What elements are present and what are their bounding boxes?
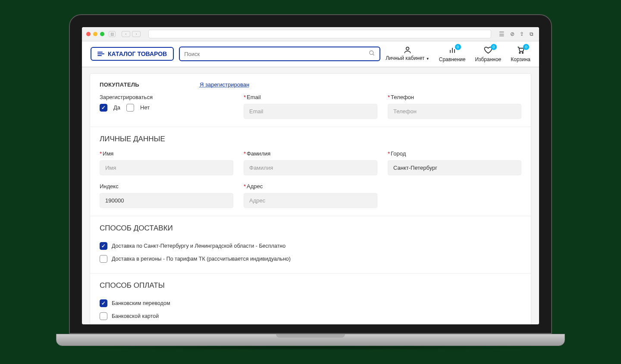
surname-field[interactable] bbox=[244, 160, 377, 175]
phone-label: *Телефон bbox=[388, 94, 521, 100]
buyer-section: ПОКУПАТЕЛЬ Я зарегистрирован Зарегистрир… bbox=[90, 74, 531, 127]
payment-option-2[interactable]: Банковской картой bbox=[100, 310, 521, 323]
svg-line-1 bbox=[373, 54, 374, 55]
laptop-base bbox=[56, 334, 565, 346]
delivery-opt2-checkbox[interactable] bbox=[100, 255, 107, 263]
cart-badge: 0 bbox=[523, 44, 529, 50]
cart-link[interactable]: 0 Корзина bbox=[511, 46, 530, 62]
zip-field[interactable] bbox=[100, 193, 233, 208]
compare-label: Сравнение bbox=[439, 56, 466, 62]
surname-label: *Фамилия bbox=[244, 150, 377, 157]
phone-field-group: *Телефон bbox=[388, 94, 521, 119]
user-icon bbox=[403, 46, 412, 54]
minimize-window-icon[interactable] bbox=[93, 32, 97, 36]
search-input[interactable] bbox=[184, 51, 369, 57]
browser-chrome: ▥ ‹ › ☰ ⊘ ⇪ ⧉ bbox=[82, 27, 539, 41]
register-yes-checkbox[interactable] bbox=[100, 104, 107, 112]
compare-badge: 0 bbox=[455, 44, 461, 50]
delivery-opt1-checkbox[interactable] bbox=[100, 242, 107, 250]
address-label: *Адрес bbox=[244, 183, 377, 190]
catalog-label: КАТАЛОГ ТОВАРОВ bbox=[108, 50, 167, 57]
delivery-opt2-label: Доставка в регионы - По тарифам ТК (расс… bbox=[112, 256, 291, 262]
sidebar-toggle-icon[interactable]: ▥ bbox=[109, 31, 116, 37]
favorites-label: Избранное bbox=[475, 56, 501, 62]
no-label: Нет bbox=[140, 104, 150, 111]
login-link[interactable]: Я зарегистрирован bbox=[200, 81, 249, 88]
register-label: Зарегистрироваться bbox=[100, 94, 233, 100]
personal-title: ЛИЧНЫЕ ДАННЫЕ bbox=[100, 135, 521, 143]
close-window-icon[interactable] bbox=[86, 32, 91, 36]
maximize-window-icon[interactable] bbox=[100, 32, 104, 36]
delivery-option-1[interactable]: Доставка по Санкт-Петербургу и Ленинград… bbox=[100, 240, 521, 252]
favorites-link[interactable]: 0 Избранное bbox=[475, 46, 501, 62]
menu-icon bbox=[97, 52, 104, 56]
shield-icon[interactable]: ⊘ bbox=[509, 31, 516, 37]
delivery-option-2[interactable]: Доставка в регионы - По тарифам ТК (расс… bbox=[100, 252, 521, 265]
payment-section: СПОСОБ ОПЛАТЫ Банковским переводом Банко… bbox=[90, 274, 531, 324]
payment-opt2-checkbox[interactable] bbox=[100, 312, 107, 320]
email-field-group: *Email bbox=[244, 94, 377, 119]
checkout-card: ПОКУПАТЕЛЬ Я зарегистрирован Зарегистрир… bbox=[90, 73, 531, 324]
search-icon[interactable] bbox=[369, 50, 375, 58]
register-field: Зарегистрироваться Да Нет bbox=[100, 94, 233, 119]
buyer-title: ПОКУПАТЕЛЬ bbox=[100, 81, 139, 88]
svg-point-0 bbox=[370, 51, 373, 55]
window-controls bbox=[86, 32, 104, 36]
city-label: *Город bbox=[388, 150, 521, 157]
screen-bezel: ▥ ‹ › ☰ ⊘ ⇪ ⧉ КАТАЛОГ ТОВАРОВ bbox=[69, 14, 552, 334]
payment-opt1-checkbox[interactable] bbox=[100, 299, 107, 307]
search-box[interactable] bbox=[179, 47, 380, 61]
account-link[interactable]: Личный кабинет ▼ bbox=[386, 46, 430, 61]
register-no-checkbox[interactable] bbox=[126, 104, 134, 112]
name-field[interactable] bbox=[100, 160, 233, 175]
browser-nav: ‹ › bbox=[122, 31, 141, 37]
share-icon[interactable]: ⇪ bbox=[518, 31, 525, 37]
compare-link[interactable]: 0 Сравнение bbox=[439, 46, 466, 62]
forward-button[interactable]: › bbox=[132, 31, 141, 37]
name-label: *Имя bbox=[100, 150, 233, 157]
chrome-right-icons: ⊘ ⇪ ⧉ bbox=[509, 31, 535, 37]
back-button[interactable]: ‹ bbox=[122, 31, 130, 37]
url-bar[interactable] bbox=[148, 30, 491, 38]
delivery-opt1-label: Доставка по Санкт-Петербургу и Ленинград… bbox=[112, 243, 285, 249]
delivery-section: СПОСОБ ДОСТАВКИ Доставка по Санкт-Петерб… bbox=[90, 216, 531, 274]
screen: ▥ ‹ › ☰ ⊘ ⇪ ⧉ КАТАЛОГ ТОВАРОВ bbox=[82, 27, 539, 324]
phone-field[interactable] bbox=[388, 104, 521, 119]
page-header: КАТАЛОГ ТОВАРОВ Личный кабинет ▼ bbox=[82, 41, 539, 67]
payment-title: СПОСОБ ОПЛАТЫ bbox=[100, 281, 521, 290]
svg-point-2 bbox=[406, 47, 409, 50]
tabs-icon[interactable]: ⧉ bbox=[528, 31, 535, 37]
address-field[interactable] bbox=[244, 193, 377, 208]
cart-label: Корзина bbox=[511, 56, 530, 62]
header-actions: Личный кабинет ▼ 0 Сравнение 0 bbox=[386, 46, 530, 62]
catalog-button[interactable]: КАТАЛОГ ТОВАРОВ bbox=[91, 47, 174, 61]
payment-option-1[interactable]: Банковским переводом bbox=[100, 297, 521, 310]
payment-opt2-label: Банковской картой bbox=[112, 313, 159, 319]
payment-opt1-label: Банковским переводом bbox=[112, 300, 170, 306]
delivery-title: СПОСОБ ДОСТАВКИ bbox=[100, 224, 521, 233]
email-field[interactable] bbox=[244, 104, 377, 119]
favorites-badge: 0 bbox=[491, 44, 497, 50]
content-area: ПОКУПАТЕЛЬ Я зарегистрирован Зарегистрир… bbox=[82, 67, 539, 324]
account-label: Личный кабинет bbox=[386, 55, 424, 61]
zip-label: Индекс bbox=[100, 183, 233, 190]
personal-section: ЛИЧНЫЕ ДАННЫЕ *Имя *Фамилия *Г bbox=[90, 127, 531, 216]
reader-icon[interactable]: ☰ bbox=[499, 31, 505, 37]
chevron-down-icon: ▼ bbox=[426, 57, 430, 61]
laptop-frame: ▥ ‹ › ☰ ⊘ ⇪ ⧉ КАТАЛОГ ТОВАРОВ bbox=[69, 14, 552, 350]
city-field[interactable] bbox=[388, 160, 521, 175]
yes-label: Да bbox=[113, 104, 120, 111]
svg-point-6 bbox=[519, 52, 521, 53]
svg-point-7 bbox=[522, 52, 524, 53]
email-label: *Email bbox=[244, 94, 377, 100]
